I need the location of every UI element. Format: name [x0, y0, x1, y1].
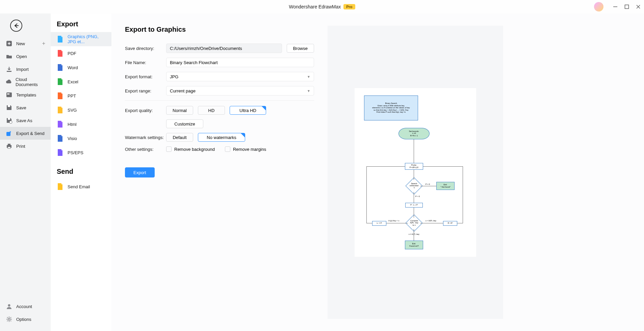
- remove-margins-label: Remove margins: [233, 147, 266, 152]
- svg-rect-20: [8, 144, 10, 145]
- quality-option-hd[interactable]: HD: [198, 106, 225, 115]
- file-name-input[interactable]: [166, 58, 314, 67]
- chevron-down-icon: ▼: [307, 75, 310, 79]
- svg-rect-21: [8, 147, 10, 148]
- format-sidebar: Export Graphics (PNG, JPG et...PDFWordEx…: [51, 13, 111, 331]
- label-save-dir: Save directory:: [125, 46, 166, 51]
- fc-probe: Probe:P:=(R-L)/2: [405, 163, 423, 170]
- format-item-visio[interactable]: Visio: [51, 131, 111, 145]
- file-icon: [57, 35, 63, 43]
- export-button[interactable]: Export: [125, 167, 155, 177]
- svg-rect-15: [8, 105, 10, 107]
- close-icon[interactable]: [636, 4, 641, 9]
- save-dir-input[interactable]: [166, 44, 282, 53]
- title-bar: Wondershare EdrawMax Pro: [0, 0, 644, 13]
- file-icon: [57, 64, 63, 71]
- export-form: Export to Graphics Save directory: Brows…: [125, 26, 314, 319]
- plus-icon[interactable]: +: [42, 40, 45, 47]
- sidebar-item-options[interactable]: Options: [0, 313, 51, 326]
- format-item-excel[interactable]: Excel: [51, 75, 111, 89]
- export-icon: [5, 130, 13, 137]
- svg-rect-1: [625, 5, 629, 9]
- svg-rect-13: [6, 92, 12, 97]
- page-title: Export to Graphics: [125, 26, 314, 33]
- fc-exit-f: Exit:Found at P: [405, 241, 423, 249]
- format-item-send-email[interactable]: Send Email: [51, 180, 111, 194]
- file-icon: [57, 183, 63, 190]
- format-item-svg[interactable]: SVG: [51, 103, 111, 117]
- quality-option-ultra-hd[interactable]: Ultra HD: [230, 106, 266, 115]
- format-item-graphics-png-jpg-et-[interactable]: Graphics (PNG, JPG et...: [51, 32, 111, 46]
- quality-option-normal[interactable]: Normal: [166, 106, 193, 115]
- format-select[interactable]: JPG▼: [166, 72, 314, 81]
- browse-button[interactable]: Browse: [287, 44, 314, 53]
- fc-start: Binary SearchGiven: array A With attribu…: [364, 95, 418, 120]
- pro-badge: Pro: [343, 4, 355, 9]
- sidebar-item-account[interactable]: Account: [0, 300, 51, 313]
- preview-panel: Binary SearchGiven: array A With attribu…: [328, 26, 503, 319]
- fc-exit-nf: Exit:" Not found": [436, 182, 455, 190]
- format-item-ps-eps[interactable]: PS/EPS: [51, 145, 111, 160]
- watermark-option-default[interactable]: Default: [166, 133, 193, 142]
- printer-icon: [5, 142, 13, 150]
- sidebar-item-print[interactable]: Print: [0, 140, 51, 153]
- sidebar-item-new[interactable]: New+: [0, 37, 51, 50]
- label-quality: Export quality:: [125, 108, 166, 113]
- sidebar-item-import[interactable]: Import: [0, 63, 51, 76]
- range-select[interactable]: Current page▼: [166, 86, 314, 95]
- sidebar-item-save[interactable]: Save: [0, 101, 51, 114]
- label-other: Other settings:: [125, 147, 166, 152]
- maximize-icon[interactable]: [624, 4, 629, 9]
- primary-sidebar: New+OpenImportCloud DocumentsTemplatesSa…: [0, 13, 51, 331]
- user-icon: [5, 303, 13, 310]
- preview-page: Binary SearchGiven: array A With attribu…: [355, 88, 476, 257]
- sidebar-item-open[interactable]: Open: [0, 50, 51, 63]
- back-button[interactable]: [10, 20, 22, 32]
- label-range: Export range:: [125, 88, 166, 93]
- folder-icon: [5, 53, 13, 60]
- fc-plp: P : L + P: [405, 203, 423, 208]
- chevron-down-icon: ▼: [307, 89, 310, 93]
- sidebar-item-cloud-documents[interactable]: Cloud Documents: [0, 76, 51, 88]
- divider: [125, 100, 314, 101]
- file-icon: [57, 50, 63, 57]
- svg-point-17: [9, 121, 12, 123]
- format-item-pdf[interactable]: PDF: [51, 46, 111, 60]
- file-icon: [57, 120, 63, 128]
- template-icon: [5, 91, 13, 99]
- remove-bg-checkbox[interactable]: [166, 146, 172, 152]
- lbl-pg0: P > 0: [415, 195, 420, 197]
- fc-lp: L: = P: [372, 221, 386, 226]
- label-file-name: File Name:: [125, 60, 166, 65]
- sidebar-item-save-as[interactable]: Save As: [0, 114, 51, 127]
- minimize-icon[interactable]: [613, 4, 618, 9]
- format-item-ppt[interactable]: PPT: [51, 89, 111, 103]
- gear-icon: [5, 315, 13, 323]
- file-icon: [57, 78, 63, 85]
- label-format: Export format:: [125, 74, 166, 79]
- app-title: Wondershare EdrawMax: [289, 4, 341, 9]
- avatar[interactable]: [594, 2, 603, 11]
- remove-margins-checkbox[interactable]: [225, 146, 230, 152]
- svg-rect-14: [7, 93, 9, 94]
- send-heading: Send: [51, 168, 111, 180]
- format-item-html[interactable]: Html: [51, 117, 111, 131]
- file-icon: [57, 149, 63, 156]
- svg-rect-16: [8, 118, 10, 120]
- svg-point-22: [8, 304, 10, 307]
- plus-square-icon: [5, 40, 13, 47]
- file-icon: [57, 92, 63, 100]
- svg-point-23: [8, 318, 10, 320]
- watermark-option-no-watermarks[interactable]: No watermarks: [198, 133, 245, 142]
- sidebar-item-templates[interactable]: Templates: [0, 88, 51, 101]
- save-as-icon: [5, 117, 13, 124]
- cloud-icon: [5, 78, 12, 86]
- lbl-lt: A (p) Key < x: [388, 220, 399, 222]
- save-icon: [5, 104, 13, 111]
- content-area: Export to Graphics Save directory: Brows…: [111, 13, 644, 331]
- sidebar-item-export-send[interactable]: Export & Send: [0, 127, 51, 140]
- customize-button[interactable]: Customize: [166, 119, 203, 128]
- fc-rp: R: =P: [443, 221, 457, 226]
- lbl-gt: x < A(P) .key: [426, 220, 436, 222]
- format-item-word[interactable]: Word: [51, 60, 111, 75]
